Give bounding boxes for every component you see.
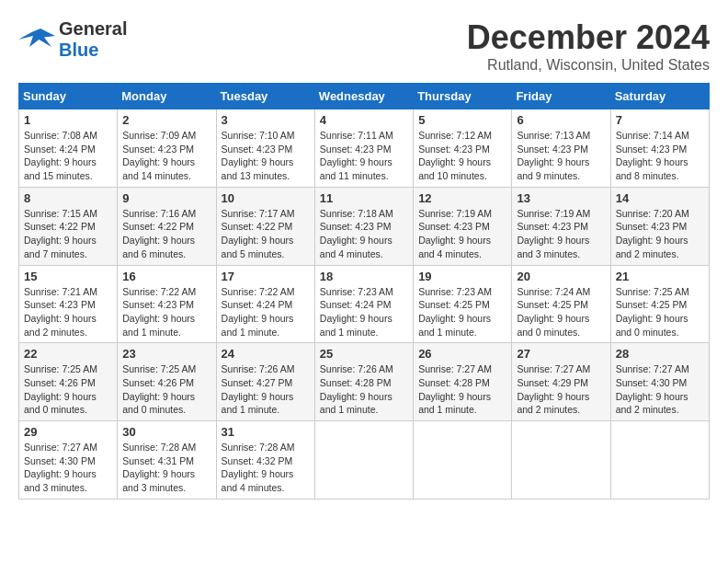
- day-info: Sunrise: 7:14 AMSunset: 4:23 PMDaylight:…: [616, 129, 704, 183]
- calendar-cell: 28 Sunrise: 7:27 AMSunset: 4:30 PMDaylig…: [610, 343, 709, 421]
- col-tuesday: Tuesday: [216, 84, 314, 109]
- day-number: 9: [122, 191, 210, 205]
- svg-marker-0: [18, 29, 55, 47]
- day-number: 4: [320, 113, 408, 127]
- day-info: Sunrise: 7:18 AMSunset: 4:23 PMDaylight:…: [320, 207, 408, 261]
- day-info: Sunrise: 7:21 AMSunset: 4:23 PMDaylight:…: [24, 285, 112, 339]
- day-number: 17: [222, 270, 310, 283]
- calendar-cell: 20 Sunrise: 7:24 AMSunset: 4:25 PMDaylig…: [512, 265, 610, 343]
- day-number: 31: [222, 425, 310, 439]
- day-info: Sunrise: 7:26 AMSunset: 4:28 PMDaylight:…: [320, 362, 408, 417]
- calendar-header-row: Sunday Monday Tuesday Wednesday Thursday…: [19, 84, 710, 109]
- day-info: Sunrise: 7:25 AMSunset: 4:25 PMDaylight:…: [616, 285, 704, 339]
- day-number: 13: [517, 191, 605, 205]
- calendar-cell: 5 Sunrise: 7:12 AMSunset: 4:23 PMDayligh…: [414, 109, 512, 188]
- calendar-cell: [414, 421, 512, 500]
- day-info: Sunrise: 7:15 AMSunset: 4:22 PMDaylight:…: [24, 207, 112, 261]
- calendar-cell: 31 Sunrise: 7:28 AMSunset: 4:32 PMDaylig…: [216, 421, 314, 500]
- day-number: 5: [418, 113, 506, 127]
- day-number: 7: [616, 113, 704, 127]
- page-header: General Blue December 2024 Rutland, Wisc…: [18, 18, 710, 74]
- calendar-cell: [314, 421, 413, 500]
- logo-icon: [18, 21, 55, 58]
- location: Rutland, Wisconsin, United States: [467, 57, 710, 74]
- day-number: 23: [122, 347, 210, 361]
- day-number: 20: [517, 270, 605, 283]
- calendar-cell: 3 Sunrise: 7:10 AMSunset: 4:23 PMDayligh…: [216, 109, 314, 188]
- day-info: Sunrise: 7:27 AMSunset: 4:30 PMDaylight:…: [616, 362, 704, 417]
- calendar-cell: 16 Sunrise: 7:22 AMSunset: 4:23 PMDaylig…: [118, 265, 216, 343]
- calendar-cell: 8 Sunrise: 7:15 AMSunset: 4:22 PMDayligh…: [19, 187, 118, 265]
- day-number: 2: [122, 113, 210, 127]
- calendar-cell: 11 Sunrise: 7:18 AMSunset: 4:23 PMDaylig…: [314, 187, 413, 265]
- calendar-cell: 24 Sunrise: 7:26 AMSunset: 4:27 PMDaylig…: [216, 343, 314, 421]
- day-info: Sunrise: 7:24 AMSunset: 4:25 PMDaylight:…: [517, 285, 605, 339]
- day-info: Sunrise: 7:13 AMSunset: 4:23 PMDaylight:…: [517, 129, 605, 183]
- day-info: Sunrise: 7:22 AMSunset: 4:23 PMDaylight:…: [122, 285, 210, 339]
- day-info: Sunrise: 7:16 AMSunset: 4:22 PMDaylight:…: [122, 207, 210, 261]
- day-number: 8: [24, 191, 112, 205]
- day-number: 10: [222, 191, 310, 205]
- calendar-cell: 6 Sunrise: 7:13 AMSunset: 4:23 PMDayligh…: [512, 109, 610, 188]
- calendar-cell: 22 Sunrise: 7:25 AMSunset: 4:26 PMDaylig…: [19, 343, 118, 421]
- day-number: 3: [222, 113, 310, 127]
- day-info: Sunrise: 7:28 AMSunset: 4:31 PMDaylight:…: [122, 441, 210, 495]
- calendar-cell: 25 Sunrise: 7:26 AMSunset: 4:28 PMDaylig…: [314, 343, 413, 421]
- day-number: 1: [24, 113, 112, 127]
- day-number: 29: [24, 425, 112, 439]
- day-number: 6: [517, 113, 605, 127]
- calendar-cell: 10 Sunrise: 7:17 AMSunset: 4:22 PMDaylig…: [216, 187, 314, 265]
- day-info: Sunrise: 7:17 AMSunset: 4:22 PMDaylight:…: [222, 207, 310, 261]
- col-saturday: Saturday: [610, 84, 709, 109]
- calendar-cell: 7 Sunrise: 7:14 AMSunset: 4:23 PMDayligh…: [610, 109, 709, 188]
- day-info: Sunrise: 7:12 AMSunset: 4:23 PMDaylight:…: [418, 129, 506, 183]
- day-info: Sunrise: 7:08 AMSunset: 4:24 PMDaylight:…: [24, 129, 112, 183]
- day-number: 25: [320, 347, 408, 361]
- day-info: Sunrise: 7:22 AMSunset: 4:24 PMDaylight:…: [222, 285, 310, 339]
- calendar-cell: 2 Sunrise: 7:09 AMSunset: 4:23 PMDayligh…: [118, 109, 216, 188]
- calendar-cell: 21 Sunrise: 7:25 AMSunset: 4:25 PMDaylig…: [610, 265, 709, 343]
- col-thursday: Thursday: [414, 84, 512, 109]
- day-number: 28: [616, 347, 704, 361]
- calendar-cell: 18 Sunrise: 7:23 AMSunset: 4:24 PMDaylig…: [314, 265, 413, 343]
- day-number: 14: [616, 191, 704, 205]
- calendar-week-5: 29 Sunrise: 7:27 AMSunset: 4:30 PMDaylig…: [19, 421, 710, 500]
- calendar-cell: [610, 421, 709, 500]
- day-number: 12: [418, 191, 506, 205]
- calendar-cell: 26 Sunrise: 7:27 AMSunset: 4:28 PMDaylig…: [414, 343, 512, 421]
- day-info: Sunrise: 7:27 AMSunset: 4:28 PMDaylight:…: [418, 362, 506, 417]
- day-number: 27: [517, 347, 605, 361]
- calendar-cell: [512, 421, 610, 500]
- calendar-cell: 29 Sunrise: 7:27 AMSunset: 4:30 PMDaylig…: [19, 421, 118, 500]
- calendar-table: Sunday Monday Tuesday Wednesday Thursday…: [18, 83, 710, 500]
- calendar-cell: 15 Sunrise: 7:21 AMSunset: 4:23 PMDaylig…: [19, 265, 118, 343]
- day-info: Sunrise: 7:25 AMSunset: 4:26 PMDaylight:…: [122, 362, 210, 417]
- day-info: Sunrise: 7:23 AMSunset: 4:25 PMDaylight:…: [418, 285, 506, 339]
- day-info: Sunrise: 7:09 AMSunset: 4:23 PMDaylight:…: [122, 129, 210, 183]
- day-number: 18: [320, 270, 408, 283]
- col-sunday: Sunday: [19, 84, 118, 109]
- calendar-cell: 23 Sunrise: 7:25 AMSunset: 4:26 PMDaylig…: [118, 343, 216, 421]
- logo: General Blue: [18, 18, 127, 61]
- day-number: 21: [616, 270, 704, 283]
- col-monday: Monday: [118, 84, 216, 109]
- day-number: 22: [24, 347, 112, 361]
- day-info: Sunrise: 7:25 AMSunset: 4:26 PMDaylight:…: [24, 362, 112, 417]
- calendar-cell: 17 Sunrise: 7:22 AMSunset: 4:24 PMDaylig…: [216, 265, 314, 343]
- calendar-week-2: 8 Sunrise: 7:15 AMSunset: 4:22 PMDayligh…: [19, 187, 710, 265]
- calendar-week-4: 22 Sunrise: 7:25 AMSunset: 4:26 PMDaylig…: [19, 343, 710, 421]
- col-wednesday: Wednesday: [314, 84, 413, 109]
- day-info: Sunrise: 7:11 AMSunset: 4:23 PMDaylight:…: [320, 129, 408, 183]
- calendar-cell: 9 Sunrise: 7:16 AMSunset: 4:22 PMDayligh…: [118, 187, 216, 265]
- day-number: 16: [122, 270, 210, 283]
- day-info: Sunrise: 7:26 AMSunset: 4:27 PMDaylight:…: [222, 362, 310, 417]
- logo-text: General Blue: [59, 18, 127, 61]
- day-number: 11: [320, 191, 408, 205]
- day-number: 26: [418, 347, 506, 361]
- day-info: Sunrise: 7:27 AMSunset: 4:30 PMDaylight:…: [24, 441, 112, 495]
- day-info: Sunrise: 7:19 AMSunset: 4:23 PMDaylight:…: [418, 207, 506, 261]
- day-info: Sunrise: 7:19 AMSunset: 4:23 PMDaylight:…: [517, 207, 605, 261]
- calendar-cell: 13 Sunrise: 7:19 AMSunset: 4:23 PMDaylig…: [512, 187, 610, 265]
- calendar-week-3: 15 Sunrise: 7:21 AMSunset: 4:23 PMDaylig…: [19, 265, 710, 343]
- calendar-cell: 14 Sunrise: 7:20 AMSunset: 4:23 PMDaylig…: [610, 187, 709, 265]
